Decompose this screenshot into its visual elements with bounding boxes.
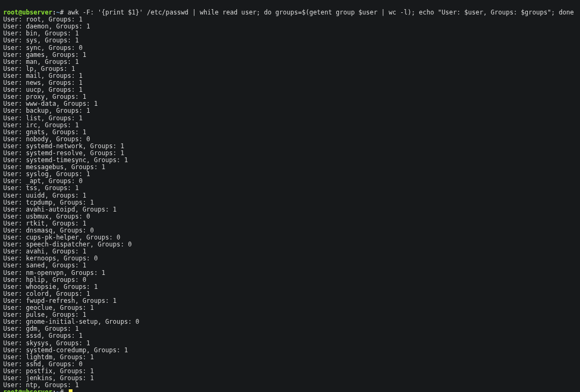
output-line: User: whoopsie, Groups: 1: [3, 284, 577, 291]
output-line: User: backup, Groups: 1: [3, 107, 577, 114]
output-line: User: lightdm, Groups: 1: [3, 354, 577, 361]
prompt-cwd: ~: [56, 388, 60, 392]
next-prompt-line[interactable]: root@ubserver:~#: [3, 389, 577, 392]
output-line: User: ntp, Groups: 1: [3, 382, 577, 389]
output-line: User: daemon, Groups: 1: [3, 23, 577, 30]
output-line: User: gnats, Groups: 1: [3, 129, 577, 136]
output-line: User: hplip, Groups: 0: [3, 277, 577, 284]
output-line: User: kernoops, Groups: 0: [3, 255, 577, 262]
command-text: awk -F: '{print $1}' /etc/passwd | while…: [68, 9, 574, 16]
output-line: User: geoclue, Groups: 1: [3, 304, 577, 311]
output-line: User: skysys, Groups: 1: [3, 340, 577, 347]
output-line: User: tcpdump, Groups: 1: [3, 199, 577, 206]
output-line: User: tss, Groups: 1: [3, 185, 577, 192]
output-line: User: sync, Groups: 0: [3, 45, 577, 52]
output-line: User: sshd, Groups: 0: [3, 361, 577, 368]
output-line: User: postfix, Groups: 1: [3, 368, 577, 375]
command-output: User: root, Groups: 1User: daemon, Group…: [3, 16, 577, 389]
output-line: User: man, Groups: 1: [3, 59, 577, 66]
output-line: User: sssd, Groups: 1: [3, 332, 577, 339]
output-line: User: speech-dispatcher, Groups: 0: [3, 241, 577, 248]
output-line: User: colord, Groups: 1: [3, 291, 577, 297]
prompt-user-host: root@ubserver: [3, 9, 52, 16]
output-line: User: lp, Groups: 1: [3, 66, 577, 72]
output-line: User: sys, Groups: 1: [3, 37, 577, 44]
output-line: User: avahi-autoipd, Groups: 1: [3, 206, 577, 213]
output-line: User: gdm, Groups: 1: [3, 325, 577, 332]
prompt-colon: :: [52, 9, 56, 16]
output-line: User: nm-openvpn, Groups: 1: [3, 270, 577, 277]
output-line: User: saned, Groups: 1: [3, 262, 577, 269]
cursor-icon: [69, 389, 73, 392]
terminal-window[interactable]: root@ubserver:~# awk -F: '{print $1}' /e…: [0, 0, 580, 392]
output-line: User: list, Groups: 1: [3, 115, 577, 122]
output-line: User: nobody, Groups: 0: [3, 136, 577, 143]
prompt-symbol: #: [60, 9, 64, 16]
output-line: User: mail, Groups: 1: [3, 72, 577, 79]
output-line: User: _apt, Groups: 0: [3, 178, 577, 185]
output-line: User: games, Groups: 1: [3, 52, 577, 59]
output-line: User: uuidd, Groups: 1: [3, 192, 577, 199]
command-line: root@ubserver:~# awk -F: '{print $1}' /e…: [3, 9, 577, 16]
output-line: User: bin, Groups: 1: [3, 30, 577, 37]
output-line: User: news, Groups: 1: [3, 79, 577, 86]
output-line: User: uucp, Groups: 1: [3, 86, 577, 93]
output-line: User: syslog, Groups: 1: [3, 171, 577, 178]
prompt-symbol: #: [60, 388, 64, 392]
prompt-cwd: ~: [56, 9, 60, 16]
output-line: User: irc, Groups: 1: [3, 122, 577, 129]
output-line: User: gnome-initial-setup, Groups: 0: [3, 318, 577, 325]
output-line: User: systemd-network, Groups: 1: [3, 143, 577, 150]
output-line: User: usbmux, Groups: 0: [3, 213, 577, 220]
prompt-colon: :: [52, 388, 56, 392]
output-line: User: systemd-coredump, Groups: 1: [3, 347, 577, 354]
prompt-user-host: root@ubserver: [3, 388, 52, 392]
output-line: User: jenkins, Groups: 1: [3, 375, 577, 382]
